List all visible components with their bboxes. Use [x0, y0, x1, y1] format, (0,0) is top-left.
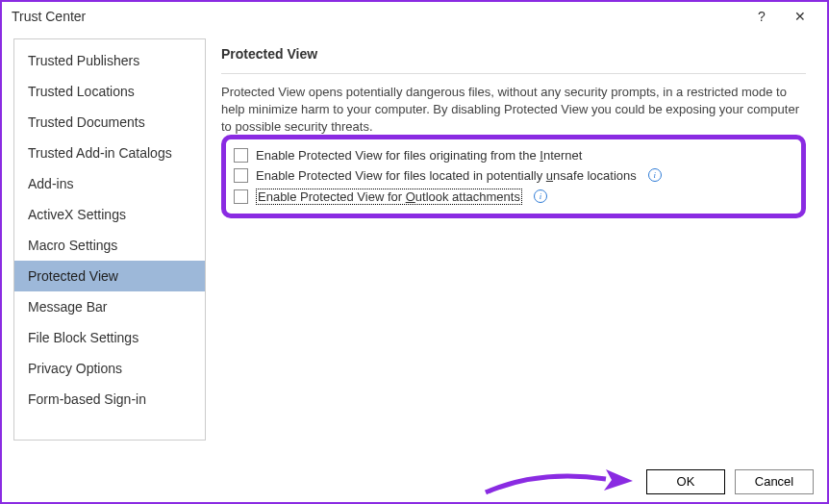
sidebar-item-file-block-settings[interactable]: File Block Settings — [14, 322, 205, 353]
ok-button[interactable]: OK — [646, 469, 725, 494]
footer: OK Cancel — [646, 469, 814, 494]
checkbox-row-unsafe-locations[interactable]: Enable Protected View for files located … — [234, 165, 793, 186]
sidebar-item-label: File Block Settings — [28, 330, 138, 345]
sidebar-item-macro-settings[interactable]: Macro Settings — [14, 230, 205, 261]
help-button[interactable]: ? — [742, 9, 781, 24]
info-icon[interactable]: i — [648, 168, 662, 182]
info-icon[interactable]: i — [534, 189, 547, 203]
sidebar-item-activex-settings[interactable]: ActiveX Settings — [14, 199, 205, 230]
sidebar-item-label: Trusted Add-in Catalogs — [28, 145, 172, 161]
section-description: Protected View opens potentially dangero… — [221, 84, 806, 137]
sidebar-item-addins[interactable]: Add-ins — [14, 168, 205, 199]
checkbox-row-outlook-attachments[interactable]: Enable Protected View for Outlook attach… — [234, 186, 793, 208]
sidebar-item-label: Privacy Options — [28, 361, 122, 376]
titlebar: Trust Center ? ✕ — [2, 2, 827, 31]
close-button[interactable]: ✕ — [781, 9, 819, 24]
main-panel: Protected View Protected View opens pote… — [217, 38, 816, 441]
sidebar-item-label: Form-based Sign-in — [28, 391, 146, 407]
sidebar-item-form-based-signin[interactable]: Form-based Sign-in — [14, 384, 205, 415]
svg-marker-0 — [604, 469, 633, 491]
sidebar-item-protected-view[interactable]: Protected View — [14, 261, 205, 291]
section-heading: Protected View — [221, 46, 806, 62]
sidebar-item-label: Add-ins — [28, 176, 73, 191]
checkbox-label: Enable Protected View for Outlook attach… — [256, 189, 522, 205]
sidebar-item-trusted-documents[interactable]: Trusted Documents — [14, 107, 205, 138]
sidebar-item-message-bar[interactable]: Message Bar — [14, 291, 205, 322]
sidebar: Trusted Publishers Trusted Locations Tru… — [13, 38, 206, 441]
window-title: Trust Center — [12, 9, 742, 24]
checkbox-row-internet[interactable]: Enable Protected View for files originat… — [234, 145, 793, 165]
arrow-annotation — [481, 462, 635, 500]
sidebar-item-label: Trusted Documents — [28, 114, 145, 130]
checkbox-unsafe-locations[interactable] — [234, 168, 248, 183]
cancel-button[interactable]: Cancel — [735, 469, 814, 494]
sidebar-item-trusted-addin-catalogs[interactable]: Trusted Add-in Catalogs — [14, 138, 205, 168]
checkbox-internet[interactable] — [234, 148, 248, 163]
sidebar-item-trusted-publishers[interactable]: Trusted Publishers — [14, 45, 205, 76]
sidebar-item-trusted-locations[interactable]: Trusted Locations — [14, 76, 205, 107]
checkbox-label: Enable Protected View for files located … — [256, 168, 637, 183]
sidebar-item-label: Trusted Locations — [28, 84, 135, 99]
checkbox-outlook-attachments[interactable] — [234, 189, 248, 204]
sidebar-item-label: Message Bar — [28, 299, 107, 315]
checkbox-label: Enable Protected View for files originat… — [256, 148, 582, 163]
sidebar-item-privacy-options[interactable]: Privacy Options — [14, 353, 205, 384]
sidebar-item-label: Trusted Publishers — [28, 53, 139, 68]
sidebar-item-label: Macro Settings — [28, 238, 117, 253]
content: Trusted Publishers Trusted Locations Tru… — [2, 31, 827, 452]
highlight-annotation: Enable Protected View for files originat… — [221, 135, 806, 218]
section-divider — [221, 73, 806, 74]
sidebar-item-label: ActiveX Settings — [28, 207, 126, 222]
sidebar-item-label: Protected View — [28, 268, 118, 284]
